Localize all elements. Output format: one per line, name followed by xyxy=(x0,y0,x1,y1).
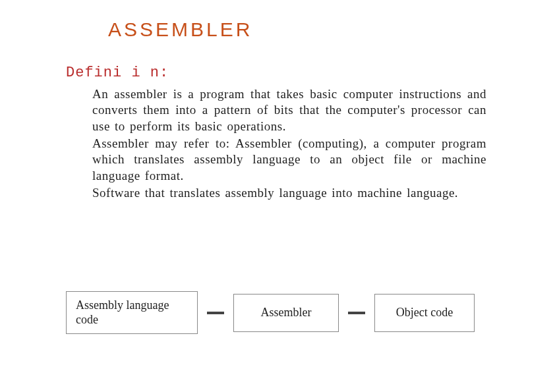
page-title: ASSEMBLER xyxy=(108,18,555,41)
paragraph-2: Assembler may refer to: Assembler (compu… xyxy=(92,136,486,184)
diagram-box-assembler: Assembler xyxy=(233,294,339,332)
diagram-box-source-label: Assembly language code xyxy=(76,298,188,327)
connector-line-2 xyxy=(348,312,365,314)
diagram-box-assembler-label: Assembler xyxy=(261,306,312,320)
flow-diagram: Assembly language code Assembler Object … xyxy=(66,291,475,334)
diagram-box-source: Assembly language code xyxy=(66,291,198,334)
definition-body: An assembler is a program that takes bas… xyxy=(92,86,486,201)
paragraph-3: Software that translates assembly langua… xyxy=(92,185,486,201)
definition-label: Defini i n: xyxy=(66,65,555,81)
diagram-box-output-label: Object code xyxy=(396,306,453,320)
diagram-box-output: Object code xyxy=(374,294,475,332)
connector-line-1 xyxy=(207,312,224,314)
paragraph-1: An assembler is a program that takes bas… xyxy=(92,86,486,134)
slide: ASSEMBLER Defini i n: An assembler is a … xyxy=(0,0,555,392)
